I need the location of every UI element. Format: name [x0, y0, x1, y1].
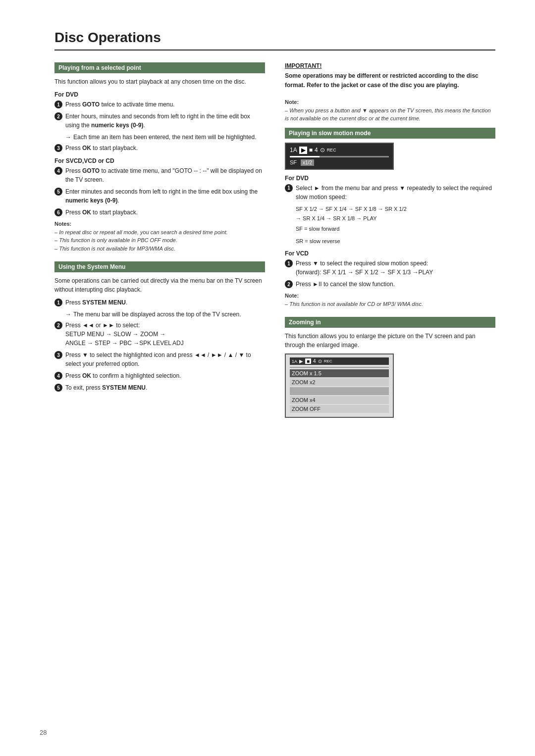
dvd-step-3: 3 Press OK to start playback. — [54, 144, 265, 152]
zoom-option-5: ZOOM OFF — [290, 405, 389, 413]
system-step-4: 4 Press OK to confirm a highlighted sele… — [54, 371, 265, 380]
screen-sf-label: SF — [290, 159, 297, 165]
slow-dvd-title: For DVD — [285, 175, 495, 182]
svcd-title: For SVCD,VCD or CD — [54, 157, 265, 164]
system-arrow: → The menu bar will be displayed across … — [65, 310, 265, 319]
screen-icon-stop: ■ — [309, 147, 313, 153]
section-playing-from-selected-point: Playing from a selected point This funct… — [54, 62, 265, 252]
dvd-step-1: 1 Press GOTO twice to activate time menu… — [54, 100, 265, 109]
zoom-option-3 — [290, 387, 389, 395]
zoom-screen: 1A ▶ ■ 4 ⊙ REC ZOOM x 1.5 ZOOM x2 ZOOM x… — [285, 353, 394, 418]
system-step-2: 2 Press ◄◄ or ►► to select:SETUP MENU → … — [54, 321, 265, 348]
note-italic: Note: – When you press a button and ▼ ap… — [285, 98, 495, 123]
right-column: IMPORTANT! Some operations may be differ… — [285, 62, 495, 427]
section-slow-motion: Playing in slow motion mode 1A ▶ ■ 4 ⊙ R… — [285, 128, 495, 308]
page-title: Disc Operations — [54, 30, 495, 50]
screen-icon-4: 4 — [315, 147, 318, 153]
zoom-top-bar: 1A ▶ ■ 4 ⊙ REC — [290, 357, 389, 365]
section-header-slow-motion: Playing in slow motion mode — [285, 128, 495, 139]
system-step-5: 5 To exit, press SYSTEM MENU. — [54, 383, 265, 392]
important-title: IMPORTANT! — [285, 62, 495, 69]
zoom-icon-rec: REC — [324, 359, 332, 363]
vcd-step-1: 1 Press ▼ to select the required slow mo… — [285, 259, 495, 277]
zoom-icon-play: ▶ — [299, 358, 303, 364]
zoom-option-4: ZOOM x4 — [290, 396, 389, 404]
dvd-title: For DVD — [54, 91, 265, 98]
important-text: Some operations may be different or rest… — [285, 71, 495, 90]
svcd-step-5: 5 Enter minutes and seconds from left to… — [54, 187, 265, 205]
section-zooming: Zooming in This function allows you to e… — [285, 317, 495, 418]
zoom-option-2: ZOOM x2 — [290, 378, 389, 386]
important-box: IMPORTANT! Some operations may be differ… — [285, 62, 495, 90]
dvd-step-2: 2 Enter hours, minutes and seconds from … — [54, 112, 265, 130]
screen-progress-bar — [290, 156, 389, 157]
zoom-icon-4: 4 — [313, 358, 316, 364]
screen-icon-play-selected: ▶ — [299, 147, 307, 154]
sf-note: SF = slow forward — [296, 225, 495, 233]
zoom-icon-selected: ■ — [305, 358, 311, 364]
zoom-icon-1a: 1A — [292, 359, 297, 364]
zoom-option-1: ZOOM x 1.5 — [290, 369, 389, 377]
zoom-progress — [290, 367, 389, 368]
vcd-step-2: 2 Press ►II to cancel the slow function. — [285, 280, 495, 289]
slow-motion-screen: 1A ▶ ■ 4 ⊙ REC SF x1/2 — [285, 143, 394, 170]
screen-speed-value: x1/2 — [301, 159, 314, 166]
section-header-playing: Playing from a selected point — [54, 62, 265, 73]
zoom-icon-dot: ⊙ — [318, 358, 322, 364]
section1-notes: Notes: – In repeat disc or repeat all mo… — [54, 220, 265, 252]
sr-note: SR = slow reverse — [296, 237, 495, 246]
svcd-step-4: 4 Press GOTO to activate time menu, and … — [54, 166, 265, 184]
zooming-intro: This function allows you to enlarge the … — [285, 332, 495, 350]
section-system-menu: Using the System Menu Some operations ca… — [54, 261, 265, 392]
slow-dvd-step-1: 1 Select ► from the menu bar and press ▼… — [285, 184, 495, 202]
left-column: Playing from a selected point This funct… — [54, 62, 265, 427]
screen-icon-rec: REC — [327, 148, 336, 152]
system-step-3: 3 Press ▼ to select the highlighted icon… — [54, 351, 265, 368]
section-header-system-menu: Using the System Menu — [54, 261, 265, 272]
section-header-zooming: Zooming in — [285, 317, 495, 328]
system-step-1: 1 Press SYSTEM MENU. — [54, 298, 265, 307]
vcd-note: Note: – This function is not available f… — [285, 292, 495, 308]
dvd-speed-chain: SF X 1/2 → SF X 1/4 → SF X 1/8 → SR X 1/… — [296, 204, 495, 223]
screen-icon-dot: ⊙ — [320, 147, 325, 153]
svcd-step-6: 6 Press OK to start playback. — [54, 208, 265, 217]
screen-icon-1a: 1A — [290, 147, 297, 153]
section2-intro: Some operations can be carried out direc… — [54, 276, 265, 294]
dvd-arrow: → Each time an item has been entered, th… — [65, 133, 265, 142]
page-number: 28 — [40, 729, 47, 736]
section1-intro: This function allows you to start playba… — [54, 77, 265, 86]
vcd-title: For VCD — [285, 250, 495, 257]
